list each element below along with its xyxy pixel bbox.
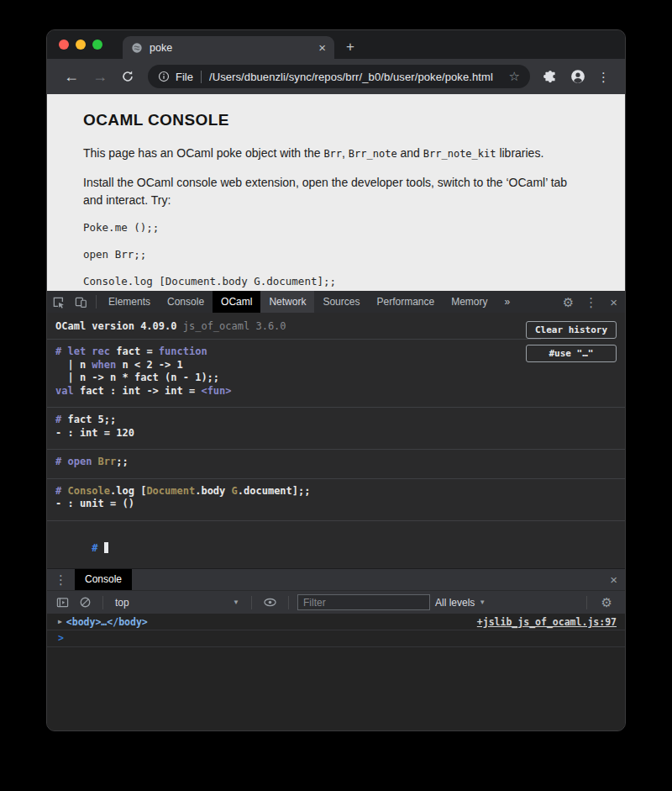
bookmark-star-icon[interactable]: ☆	[509, 69, 520, 84]
console-prompt-chevron[interactable]: >	[47, 630, 625, 647]
text-token: ;;	[116, 456, 128, 467]
console-entry: # open Brr;;	[47, 450, 625, 479]
text-token: <fun>	[201, 385, 231, 397]
devtools-tab-network[interactable]: Network	[260, 291, 314, 313]
tab-close-icon[interactable]: ×	[318, 41, 326, 54]
browser-toolbar: ← → File /Users/dbuenzli/sync/repos/brr/…	[47, 59, 625, 94]
address-divider	[201, 71, 202, 83]
console-sidebar-icon[interactable]	[54, 596, 71, 609]
devtools-close-icon[interactable]: ×	[602, 296, 625, 308]
maximize-window-button[interactable]	[92, 40, 102, 50]
page-content: OCAML CONSOLE This page has an OCaml pok…	[47, 94, 625, 291]
logged-element[interactable]: <body>…</body>	[66, 616, 148, 628]
console-settings-gear-icon[interactable]: ⚙	[596, 596, 618, 609]
source-location-link[interactable]: +jslib_js_of_ocaml.js:97	[477, 616, 617, 628]
file-scheme-label: File	[176, 71, 193, 83]
clear-history-button[interactable]: Clear history	[526, 321, 617, 339]
text-token: - : unit = ()	[55, 498, 134, 509]
live-expression-eye-icon[interactable]	[260, 596, 280, 609]
drawer-tab-console[interactable]: Console	[75, 569, 132, 590]
text-token: .log [	[110, 485, 146, 497]
text-token: function	[159, 345, 207, 357]
filter-input[interactable]	[297, 594, 430, 610]
drawer-tabbar: ⋮ Console ×	[47, 568, 625, 590]
devtools-settings-gear-icon[interactable]: ⚙	[557, 296, 580, 308]
url-text[interactable]: /Users/dbuenzli/sync/repos/brr/_b0/b/use…	[209, 71, 502, 83]
tab-strip: poke × +	[47, 30, 625, 59]
ocaml-history: # let rec fact = function | n when n < 2…	[47, 340, 625, 521]
profile-avatar[interactable]	[564, 69, 592, 84]
console-output: ▶ <body>…</body> +jslib_js_of_ocaml.js:9…	[47, 614, 625, 730]
text-token: Brr_note	[349, 148, 397, 160]
clear-console-icon[interactable]	[76, 596, 94, 609]
device-toolbar-icon[interactable]	[70, 296, 92, 308]
close-window-button[interactable]	[59, 40, 69, 50]
tab-title: poke	[150, 42, 318, 54]
console-entry: # Console.log [Document.body G.document]…	[47, 479, 625, 521]
text-token: Brr	[323, 148, 342, 160]
text-token: and	[397, 146, 423, 160]
use-file-button[interactable]: #use "…"	[526, 345, 617, 362]
text-token: This page has an OCaml poke object with …	[83, 146, 323, 160]
minimize-window-button[interactable]	[76, 40, 86, 50]
context-selector[interactable]: top ▼	[112, 597, 243, 609]
ocaml-prompt-line[interactable]: #	[47, 521, 625, 569]
address-bar[interactable]: File /Users/dbuenzli/sync/repos/brr/_b0/…	[148, 65, 530, 88]
text-token: .document];;	[238, 485, 311, 497]
devtools-menu-kebab-icon[interactable]: ⋮	[580, 296, 602, 308]
text-token: fact 5;;	[67, 414, 116, 425]
console-line: - : int = 120	[55, 427, 617, 440]
log-levels-dropdown[interactable]: All levels ▼	[435, 597, 486, 609]
devtools-tab-more-tabs[interactable]: »	[496, 291, 519, 313]
text-token	[177, 320, 183, 332]
code-samples: Poke.me ();;open Brr;;Console.log [Docum…	[83, 221, 589, 287]
text-token: #	[55, 414, 67, 425]
console-toolbar: top ▼ All levels ▼ ⚙	[47, 590, 625, 614]
text-token: Brr	[98, 456, 117, 467]
toolbar-divider	[288, 596, 289, 609]
drawer-menu-kebab-icon[interactable]: ⋮	[47, 573, 75, 586]
text-token: libraries.	[496, 146, 544, 160]
console-line: | n -> n * fact (n - 1);;	[55, 372, 617, 385]
console-line: val fact : int -> int = <fun>	[55, 385, 617, 398]
log-levels-label: All levels	[435, 597, 475, 609]
browser-tab[interactable]: poke ×	[123, 36, 334, 59]
expand-triangle-icon[interactable]: ▶	[58, 618, 62, 625]
inspect-element-icon[interactable]	[47, 296, 70, 308]
text-token: open	[67, 456, 97, 467]
text-token: fact	[116, 345, 140, 357]
context-label: top	[115, 597, 129, 609]
devtools-tab-console[interactable]: Console	[159, 291, 213, 313]
devtools-tab-ocaml[interactable]: OCaml	[213, 291, 260, 313]
text-token: val	[55, 385, 74, 397]
console-log-row[interactable]: ▶ <body>…</body> +jslib_js_of_ocaml.js:9…	[47, 614, 625, 630]
text-token: #	[55, 456, 67, 467]
reload-icon[interactable]	[114, 70, 141, 83]
instructions-paragraph: Install the OCaml console web extension,…	[83, 174, 589, 209]
devtools-tabbar: ElementsConsoleOCamlNetworkSourcesPerfor…	[47, 291, 625, 313]
favicon-icon	[131, 42, 143, 54]
text-token: | n -> n * fact (n - 1);;	[55, 372, 219, 383]
intro-paragraph: This page has an OCaml poke object with …	[83, 145, 589, 162]
page-title: OCAML CONSOLE	[83, 111, 589, 129]
traffic-lights	[59, 40, 102, 50]
devtools-tab-performance[interactable]: Performance	[368, 291, 443, 313]
text-token: when	[92, 359, 116, 371]
devtools-tab-elements[interactable]: Elements	[100, 291, 159, 313]
browser-menu-kebab-icon[interactable]: ⋮	[592, 71, 615, 83]
code-sample-line: open Brr;;	[83, 248, 589, 261]
devtools-tab-memory[interactable]: Memory	[443, 291, 496, 313]
text-token: fact : int -> int =	[74, 385, 202, 397]
new-tab-button[interactable]: +	[334, 36, 366, 59]
devtools-divider	[96, 295, 97, 308]
page-info-icon[interactable]	[158, 71, 170, 82]
console-line: - : unit = ()	[55, 498, 617, 511]
console-line: # fact 5;;	[55, 414, 617, 427]
back-icon[interactable]: ←	[57, 69, 86, 84]
forward-icon[interactable]: →	[86, 69, 114, 84]
text-token: ,	[342, 146, 349, 160]
extensions-puzzle-icon[interactable]	[537, 70, 564, 83]
drawer-close-icon[interactable]: ×	[602, 573, 625, 586]
chevron-down-icon: ▼	[479, 599, 486, 606]
devtools-tab-sources[interactable]: Sources	[314, 291, 368, 313]
